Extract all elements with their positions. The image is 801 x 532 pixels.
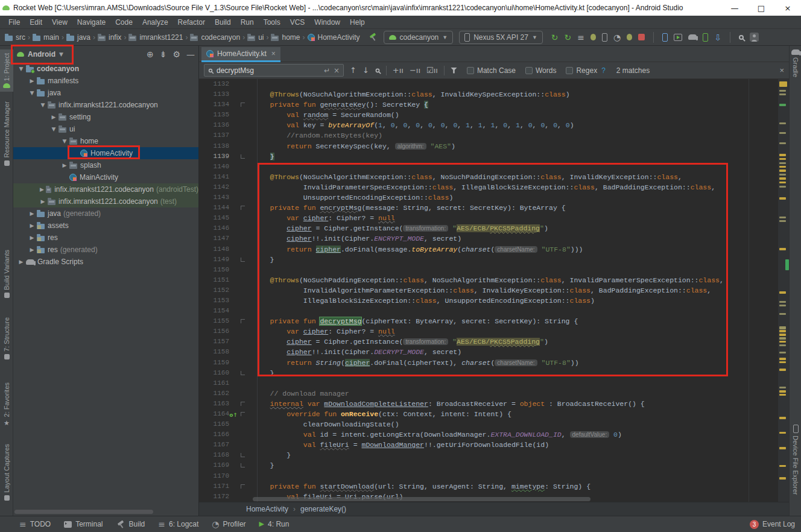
menu-navigate[interactable]: Navigate bbox=[72, 17, 110, 28]
fold-marker-icon[interactable] bbox=[241, 371, 245, 375]
gutter[interactable]: 1154 bbox=[199, 306, 253, 316]
tool-window-button-layout-captures[interactable]: Layout Captures bbox=[0, 444, 13, 501]
gutter[interactable]: 1169 bbox=[199, 460, 253, 470]
collapsed-arrow-icon[interactable]: ▶ bbox=[40, 198, 46, 204]
gutter[interactable]: 1163 bbox=[199, 399, 253, 409]
tab-close-icon[interactable]: × bbox=[271, 49, 276, 58]
project-view-select[interactable]: Android ▼ bbox=[17, 50, 63, 59]
menu-view[interactable]: View bbox=[47, 17, 72, 28]
next-occurrence-icon[interactable]: ↓ bbox=[363, 66, 369, 75]
collapsed-arrow-icon[interactable]: ▶ bbox=[29, 223, 35, 229]
device-select[interactable]: Nexus 5X API 27 ▼ bbox=[459, 31, 543, 44]
gutter[interactable]: 1156 bbox=[199, 326, 253, 337]
checkbox-icon[interactable] bbox=[467, 67, 474, 74]
minimize-button[interactable]: — bbox=[721, 0, 748, 16]
apply-changes-icon[interactable]: ↻ bbox=[551, 33, 559, 42]
maximize-button[interactable]: □ bbox=[748, 0, 774, 16]
tree-item-codecanyon[interactable]: ▼codecanyon bbox=[13, 63, 198, 75]
gutter[interactable]: 1159 bbox=[199, 358, 253, 368]
project-horizontal-scrollbar[interactable] bbox=[14, 510, 153, 514]
filter-icon[interactable] bbox=[451, 68, 457, 74]
tree-item-splash[interactable]: ▶splash bbox=[13, 159, 198, 171]
menu-code[interactable]: Code bbox=[110, 17, 138, 28]
breadcrumb-item-ui[interactable]: ui bbox=[247, 33, 264, 42]
collapsed-arrow-icon[interactable]: ▶ bbox=[29, 247, 35, 253]
tool-window-button-gradle[interactable]: Gradle bbox=[790, 49, 801, 77]
gutter[interactable]: 1141 bbox=[199, 172, 253, 182]
gradle-sync-icon[interactable] bbox=[688, 34, 697, 40]
collapsed-arrow-icon[interactable]: ▶ bbox=[62, 162, 68, 168]
gutter[interactable]: 1171 bbox=[199, 481, 253, 492]
tool-window-button-1-project[interactable]: 1: Project bbox=[0, 49, 13, 92]
breadcrumb-item-homeactivity[interactable]: HomeActivity bbox=[308, 33, 360, 42]
tool-window-button-7-structure[interactable]: 7: Structure bbox=[0, 317, 13, 359]
expanded-arrow-icon[interactable]: ▼ bbox=[29, 90, 35, 96]
menu-help[interactable]: Help bbox=[345, 17, 370, 28]
fold-marker-icon[interactable] bbox=[241, 206, 245, 210]
tree-item-infix-imrankst1221-codecanyon[interactable]: ▶infix.imrankst1221.codecanyon(androidTe… bbox=[13, 183, 198, 195]
search-input[interactable]: decryptMsg ↵ × bbox=[204, 64, 344, 77]
previous-occurrence-icon[interactable]: ↑ bbox=[350, 66, 356, 75]
gutter[interactable]: 1148 bbox=[199, 244, 253, 255]
device-manager-icon[interactable] bbox=[662, 33, 668, 42]
select-all-occurrences-icon[interactable]: ☑ıı bbox=[426, 66, 438, 75]
gutter[interactable]: 1150 bbox=[199, 265, 253, 275]
tree-item-java[interactable]: ▼java bbox=[13, 87, 198, 99]
gutter[interactable]: 1139 bbox=[199, 151, 253, 162]
fold-marker-icon[interactable] bbox=[241, 463, 245, 467]
breadcrumb-item-main[interactable]: main bbox=[33, 33, 59, 42]
menu-edit[interactable]: Edit bbox=[25, 17, 47, 28]
project-structure-icon[interactable]: ⇩ bbox=[714, 33, 721, 42]
gutter[interactable]: 1144 bbox=[199, 203, 253, 213]
expanded-arrow-icon[interactable]: ▼ bbox=[51, 126, 57, 132]
gutter[interactable]: 1157 bbox=[199, 337, 253, 347]
fold-marker-icon[interactable] bbox=[241, 103, 245, 107]
expanded-arrow-icon[interactable]: ▼ bbox=[62, 138, 68, 144]
breadcrumb-item-src[interactable]: src bbox=[5, 33, 25, 42]
menu-refactor[interactable]: Refactor bbox=[173, 17, 210, 28]
tree-item-res[interactable]: ▶res(generated) bbox=[13, 244, 198, 256]
gutter[interactable]: 1172 bbox=[199, 492, 253, 502]
gutter[interactable]: 1155 bbox=[199, 316, 253, 326]
tree-item-assets[interactable]: ▶assets bbox=[13, 220, 198, 232]
gutter[interactable]: 1132 bbox=[199, 79, 253, 89]
hide-icon[interactable]: — bbox=[186, 50, 195, 59]
gutter[interactable]: 1140 bbox=[199, 162, 253, 172]
gutter[interactable]: 1161 bbox=[199, 378, 253, 388]
gutter[interactable]: 1147 bbox=[199, 233, 253, 244]
debug-icon[interactable] bbox=[590, 34, 596, 40]
apply-restart-icon[interactable] bbox=[602, 33, 607, 42]
menu-vcs[interactable]: VCS bbox=[285, 17, 310, 28]
error-stripe-scrollbar[interactable] bbox=[778, 79, 789, 502]
tree-item-home[interactable]: ▼home bbox=[13, 135, 198, 147]
collapsed-arrow-icon[interactable]: ▶ bbox=[51, 114, 57, 120]
expanded-arrow-icon[interactable]: ▼ bbox=[18, 66, 24, 72]
sdk-manager-icon[interactable] bbox=[703, 33, 708, 42]
run-configuration-select[interactable]: codecanyon ▼ bbox=[384, 31, 454, 44]
gutter[interactable]: 1149 bbox=[199, 255, 253, 265]
collapsed-arrow-icon[interactable]: ▶ bbox=[29, 78, 35, 84]
menu-window[interactable]: Window bbox=[309, 17, 345, 28]
tree-item-setting[interactable]: ▶setting bbox=[13, 111, 198, 123]
tree-item-java[interactable]: ▶java(generated) bbox=[13, 207, 198, 220]
status-item-build[interactable]: Build bbox=[116, 520, 145, 529]
gutter[interactable]: 1168 bbox=[199, 450, 253, 460]
gutter[interactable]: 1158 bbox=[199, 347, 253, 357]
breadcrumb-item-infix[interactable]: infix bbox=[98, 33, 121, 42]
gutter[interactable]: 1152 bbox=[199, 285, 253, 296]
add-selection-icon[interactable]: +ıı bbox=[393, 66, 404, 75]
gutter[interactable]: 1146 bbox=[199, 223, 253, 233]
tool-window-button-resource-manager[interactable]: Resource Manager bbox=[0, 101, 13, 166]
stop-icon[interactable] bbox=[638, 34, 645, 40]
tree-item-res[interactable]: ▶res bbox=[13, 232, 198, 244]
tree-item-ui[interactable]: ▼ui bbox=[13, 123, 198, 135]
fold-marker-icon[interactable] bbox=[241, 258, 245, 262]
gutter[interactable]: 1145 bbox=[199, 213, 253, 223]
tree-item-infix-imrankst1221-codecanyon[interactable]: ▼infix.imrankst1221.codecanyon bbox=[13, 99, 198, 111]
status-item-profiler[interactable]: ◔Profiler bbox=[212, 520, 245, 528]
gutter[interactable]: 1166 bbox=[199, 429, 253, 440]
gutter[interactable]: 1160 bbox=[199, 368, 253, 378]
editor-breadcrumb-item[interactable]: generateKey() bbox=[300, 505, 346, 513]
tool-window-button-2-favorites[interactable]: 2: Favorites★ bbox=[0, 382, 13, 428]
avatar[interactable] bbox=[750, 33, 759, 42]
